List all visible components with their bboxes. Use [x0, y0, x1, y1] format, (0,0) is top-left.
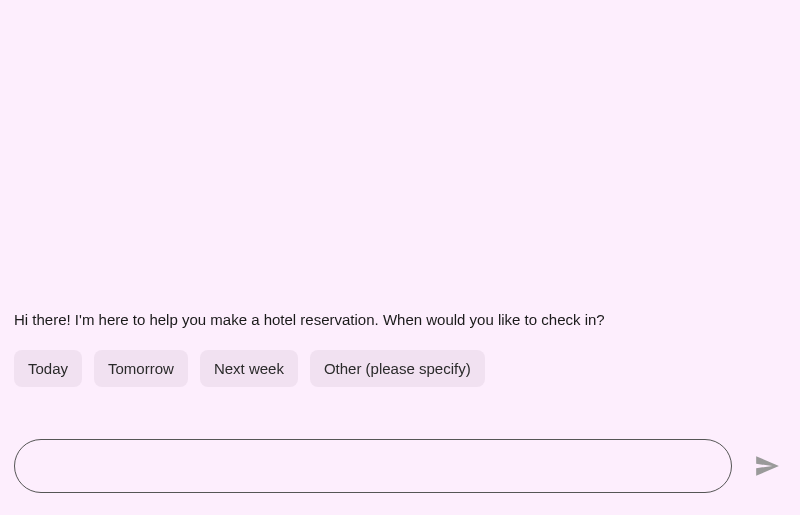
- send-button[interactable]: [748, 447, 786, 485]
- chat-area: Hi there! I'm here to help you make a ho…: [14, 309, 786, 439]
- quick-reply-today[interactable]: Today: [14, 350, 82, 387]
- quick-reply-other[interactable]: Other (please specify): [310, 350, 485, 387]
- quick-reply-tomorrow[interactable]: Tomorrow: [94, 350, 188, 387]
- input-row: [14, 439, 786, 493]
- quick-reply-next-week[interactable]: Next week: [200, 350, 298, 387]
- quick-replies-container: Today Tomorrow Next week Other (please s…: [14, 350, 786, 387]
- bot-message: Hi there! I'm here to help you make a ho…: [14, 309, 786, 330]
- message-input[interactable]: [14, 439, 732, 493]
- send-icon: [754, 453, 780, 479]
